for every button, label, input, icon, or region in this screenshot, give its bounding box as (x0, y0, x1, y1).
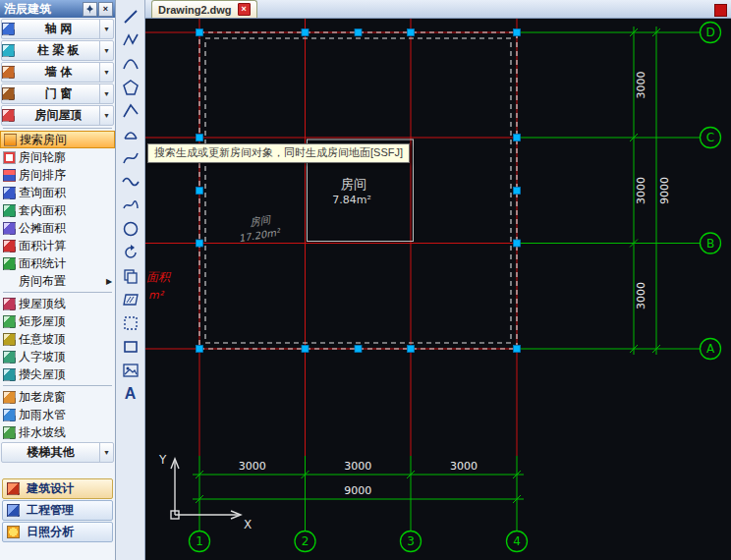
sidebar-item-door-window[interactable]: 门 窗 ▼ (1, 84, 114, 104)
panel-titlebar[interactable]: 浩辰建筑 × (0, 0, 115, 18)
svg-text:3: 3 (407, 534, 415, 548)
hatch-tool-icon[interactable] (118, 288, 143, 311)
svg-text:X: X (244, 518, 252, 532)
chevron-down-icon[interactable]: ▼ (99, 63, 113, 82)
svg-text:B: B (706, 237, 714, 251)
chevron-down-icon[interactable]: ▼ (99, 41, 113, 60)
grip-handle (355, 346, 362, 353)
sidebar-item-any-slope-roof[interactable]: 任意坡顶 (0, 330, 115, 348)
right-dimension-text: 3000 3000 3000 9000 (635, 72, 671, 310)
sidebar-item-axis-grid[interactable]: 轴 网 ▼ (1, 19, 114, 39)
sidebar-item-wall[interactable]: 墙 体 ▼ (1, 62, 114, 83)
image-tool-icon[interactable] (118, 359, 143, 382)
arc-chord-tool-icon[interactable] (118, 123, 143, 146)
axis-bubble-letters: D C B A (705, 26, 715, 356)
chevron-down-icon[interactable]: ▼ (99, 443, 113, 462)
svg-text:17.20m²: 17.20m² (238, 226, 283, 244)
sidebar-item-pyramid-roof[interactable]: 攒尖屋顶 (0, 365, 115, 383)
sidebar-item-add-dormer[interactable]: 加老虎窗 (0, 388, 115, 406)
sidebar-item-inner-area[interactable]: 套内面积 (0, 201, 115, 219)
svg-text:1: 1 (196, 534, 203, 548)
sidebar-item-room-sort[interactable]: 房间排序 (0, 166, 115, 184)
grip-handle (355, 29, 362, 36)
grip-handle (514, 240, 521, 247)
svg-text:3000: 3000 (344, 460, 371, 473)
axis-bubble-numbers: 1 2 3 4 (196, 534, 521, 548)
sidebar-item-label: 房间屋顶 (18, 107, 99, 124)
sidebar-item-area-stats[interactable]: 面积统计 (0, 254, 115, 272)
rect-tool-icon[interactable] (118, 335, 143, 359)
sidebar-item-shared-area[interactable]: 公摊面积 (0, 219, 115, 237)
svg-text:3000: 3000 (635, 72, 647, 99)
mode-arch-design[interactable]: 建筑设计 (2, 478, 113, 499)
any-slope-roof-icon (3, 333, 16, 346)
grip-handle (408, 29, 415, 36)
tabbar-close-button[interactable] (714, 4, 727, 17)
copy-tool-icon[interactable] (118, 264, 143, 288)
door-window-icon (2, 87, 15, 100)
wave-tool-icon[interactable] (118, 170, 143, 194)
rotate-tool-icon[interactable] (118, 241, 143, 264)
sidebar-item-rect-roof[interactable]: 矩形屋顶 (0, 312, 115, 330)
room2-label: 房间 17.20m² (236, 212, 283, 245)
cad-drawing: 3000 3000 3000 9000 3000 (145, 19, 731, 560)
axis-bubbles-right (701, 23, 721, 360)
sidebar-item-add-downpipe[interactable]: 加雨水管 (0, 406, 115, 423)
tab-drawing2[interactable]: Drawing2.dwg × (151, 0, 257, 18)
sidebar-item-area-calc[interactable]: 面积计算 (0, 237, 115, 254)
drawing-canvas[interactable]: 3000 3000 3000 9000 3000 (145, 19, 731, 560)
sidebar-item-search-room[interactable]: 搜索房间 (0, 131, 115, 148)
chevron-right-icon: ▶ (103, 277, 115, 286)
main-area: Drawing2.dwg × (145, 0, 731, 560)
polyline-tool-icon[interactable] (118, 28, 143, 52)
sidebar-item-room-layout[interactable]: 房间布置 ▶ (0, 272, 115, 290)
divider (3, 385, 112, 386)
svg-text:4: 4 (513, 534, 521, 548)
tab-label: Drawing2.dwg (158, 4, 232, 16)
ucs-icon (171, 459, 241, 519)
mode-sunlight-analysis[interactable]: 日照分析 (2, 522, 113, 542)
angle-line-tool-icon[interactable] (118, 99, 143, 123)
sidebar-item-room-outline[interactable]: 房间轮廓 (0, 148, 115, 166)
svg-text:Y: Y (158, 453, 167, 467)
sidebar-item-query-area[interactable]: 查询面积 (0, 184, 115, 201)
drainage-slope-icon (3, 426, 16, 439)
area-stats-icon (3, 257, 16, 270)
sidebar-item-room-roof[interactable]: 房间屋顶 ▼ (1, 105, 114, 126)
arch-design-icon (7, 482, 20, 495)
arc-tool-icon[interactable] (118, 52, 143, 76)
chevron-down-icon[interactable]: ▼ (99, 106, 113, 125)
sidebar-item-stairs-other[interactable]: 楼梯其他 ▼ (1, 442, 114, 463)
sidebar-item-gable-roof[interactable]: 人字坡顶 (0, 348, 115, 365)
room-roof-icon (2, 109, 15, 122)
command-tooltip: 搜索生成或更新房间对象，同时生成房间地面[SSFJ] (147, 143, 410, 163)
text-tool-icon[interactable]: A (118, 382, 143, 406)
circle-tool-icon[interactable] (118, 217, 143, 241)
grip-handle (197, 135, 203, 141)
chevron-down-icon[interactable]: ▼ (99, 84, 113, 103)
add-downpipe-icon (3, 409, 16, 421)
grip-handle (197, 240, 203, 247)
dashed-rect-tool-icon[interactable] (118, 311, 143, 335)
red-area-text: 面积 m² (146, 270, 172, 302)
mode-project-mgmt[interactable]: 工程管理 (2, 500, 113, 521)
sidebar-item-column-beam-slab[interactable]: 柱 梁 板 ▼ (1, 40, 114, 61)
polygon-tool-icon[interactable] (118, 76, 143, 99)
spline-tool-icon[interactable] (118, 146, 143, 170)
close-icon[interactable]: × (98, 2, 113, 17)
divider (3, 128, 112, 129)
pin-icon[interactable] (83, 2, 97, 17)
tab-close-icon[interactable]: × (238, 3, 251, 16)
chevron-down-icon[interactable]: ▼ (99, 20, 113, 38)
svg-text:3000: 3000 (239, 460, 266, 473)
grip-handle (197, 29, 203, 36)
room1-label: 房间 7.84m² (332, 177, 371, 206)
line-tool-icon[interactable] (118, 5, 143, 28)
search-roofline-icon (3, 298, 16, 310)
pyramid-roof-icon (3, 368, 16, 381)
sidebar-item-search-roofline[interactable]: 搜屋顶线 (0, 295, 115, 312)
freehand-curve-tool-icon[interactable] (118, 194, 143, 217)
sidebar-item-drainage-slope[interactable]: 排水坡线 (0, 423, 115, 441)
add-dormer-icon (3, 391, 16, 404)
svg-text:房间: 房间 (249, 213, 272, 228)
